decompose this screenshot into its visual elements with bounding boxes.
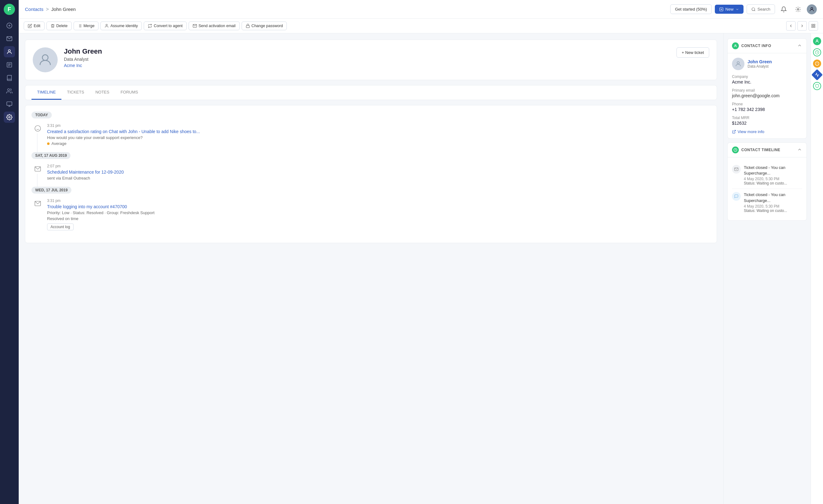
contact-sidebar-role: Data Analyst bbox=[748, 64, 772, 68]
sidebar-item-home[interactable] bbox=[4, 20, 15, 31]
search-button[interactable]: Search bbox=[747, 4, 775, 14]
merge-button[interactable]: Merge bbox=[73, 21, 99, 30]
get-started-button[interactable]: Get started (50%) bbox=[670, 4, 712, 14]
send-activation-button[interactable]: Send activation email bbox=[189, 21, 240, 30]
tab-forums[interactable]: FORUMS bbox=[115, 86, 144, 100]
svg-point-32 bbox=[42, 55, 48, 60]
strip-icon-diamond[interactable] bbox=[811, 69, 823, 81]
contact-timeline-toggle[interactable] bbox=[797, 147, 802, 153]
tab-notes[interactable]: NOTES bbox=[90, 86, 115, 100]
svg-point-11 bbox=[9, 117, 10, 118]
sidebar-item-knowledge[interactable] bbox=[4, 72, 15, 83]
sidebar-item-inbox[interactable] bbox=[4, 33, 15, 44]
contact-timeline-icon bbox=[732, 147, 739, 153]
contact-timeline-body: Ticket closed - You can Supercharge... 4… bbox=[727, 157, 807, 220]
timeline-event-2-title[interactable]: Ticket closed - You can Supercharge... bbox=[744, 192, 802, 203]
company-value: Acme Inc. bbox=[732, 79, 802, 85]
strip-icon-green[interactable] bbox=[813, 37, 821, 45]
timeline-item-content: 3:31 pm Created a satisfaction rating on… bbox=[47, 124, 710, 146]
svg-point-7 bbox=[7, 89, 10, 91]
timeline-item-email: 2:07 pm Scheduled Maintenance for 12-09-… bbox=[31, 164, 710, 180]
timeline-title[interactable]: Created a satisfaction rating on Chat wi… bbox=[47, 129, 710, 134]
sidebar-item-contacts[interactable] bbox=[4, 46, 15, 57]
today-badge: TODAY bbox=[31, 112, 52, 119]
change-password-button[interactable]: Change password bbox=[241, 21, 287, 30]
breadcrumb: Contacts > John Green bbox=[25, 7, 666, 12]
email-info-row: Primary email john.green@google.com bbox=[732, 88, 802, 98]
contact-company-link[interactable]: Acme Inc bbox=[64, 63, 670, 68]
timeline-subtitle: How would you rate your overall support … bbox=[47, 135, 710, 140]
tab-timeline[interactable]: TIMELINE bbox=[31, 86, 61, 100]
send-activation-label: Send activation email bbox=[199, 24, 236, 28]
topnav-actions: Get started (50%) New Search bbox=[670, 4, 817, 15]
contact-info-body: John Green Data Analyst Company Acme Inc… bbox=[727, 53, 807, 138]
convert-to-agent-label: Convert to agent bbox=[154, 24, 182, 28]
svg-point-15 bbox=[752, 7, 755, 10]
layout-button[interactable] bbox=[809, 21, 818, 30]
sidebar-item-analytics[interactable] bbox=[4, 99, 15, 110]
smiley-icon bbox=[33, 124, 43, 133]
right-panel: CONTACT INFO John Green Data A bbox=[723, 33, 811, 504]
email-icon bbox=[33, 164, 43, 174]
strip-icon-shield[interactable] bbox=[813, 82, 821, 90]
sidebar-item-settings[interactable] bbox=[4, 112, 15, 123]
timeline-item: 3:31 pm Created a satisfaction rating on… bbox=[31, 124, 710, 146]
merge-label: Merge bbox=[84, 24, 95, 28]
contact-timeline-card: CONTACT TIMELINE Ticket closed - You can… bbox=[727, 142, 807, 221]
timeline-item-content-ticket: 3:31 pm Trouble logging into my account … bbox=[47, 198, 710, 230]
nav-prev-button[interactable] bbox=[786, 21, 796, 30]
app-logo[interactable]: F bbox=[4, 4, 15, 15]
right-icon-strip bbox=[811, 33, 823, 504]
mrr-label: Total MRR bbox=[732, 116, 802, 120]
timeline-event-1-content: Ticket closed - You can Supercharge... 4… bbox=[744, 165, 802, 185]
company-label: Company bbox=[732, 74, 802, 79]
tabs-bar: TIMELINE TICKETS NOTES FORUMS bbox=[25, 85, 717, 100]
convert-to-agent-button[interactable]: Convert to agent bbox=[144, 21, 186, 30]
svg-point-39 bbox=[737, 62, 739, 64]
rating-label: Average bbox=[51, 141, 66, 146]
strip-icon-orange[interactable] bbox=[813, 59, 821, 68]
new-ticket-button[interactable]: + New ticket bbox=[676, 47, 709, 58]
email-label: Primary email bbox=[732, 88, 802, 93]
sidebar: F bbox=[0, 0, 19, 504]
contact-info-main: John Green Data Analyst Acme Inc bbox=[64, 47, 670, 68]
delete-label: Delete bbox=[56, 24, 68, 28]
nav-next-button[interactable] bbox=[797, 21, 807, 30]
new-button-label: New bbox=[725, 7, 733, 12]
email-value: john.green@google.com bbox=[732, 93, 802, 98]
assume-identity-button[interactable]: Assume identity bbox=[101, 21, 142, 30]
svg-point-43 bbox=[816, 40, 818, 41]
sidebar-item-tickets[interactable] bbox=[4, 59, 15, 70]
timeline-title-email[interactable]: Scheduled Maintenance for 12-09-2020 bbox=[47, 170, 710, 175]
mrr-value: $12632 bbox=[732, 121, 802, 126]
timeline-event-ticket-icon bbox=[732, 165, 741, 174]
timeline-event-2-status: Status: Waiting on custo... bbox=[744, 208, 802, 213]
user-avatar[interactable] bbox=[807, 4, 817, 14]
wed-badge: WED, 17 JUL 2019 bbox=[31, 187, 71, 194]
new-button[interactable]: New bbox=[715, 5, 744, 14]
tab-tickets[interactable]: TICKETS bbox=[61, 86, 90, 100]
edit-button[interactable]: Edit bbox=[24, 21, 44, 30]
timeline-item-content-email: 2:07 pm Scheduled Maintenance for 12-09-… bbox=[47, 164, 710, 180]
timeline-title-ticket[interactable]: Trouble logging into my account #470700 bbox=[47, 204, 710, 209]
notification-button[interactable] bbox=[778, 4, 789, 15]
account-log-badge[interactable]: Account log bbox=[47, 223, 73, 230]
svg-point-17 bbox=[797, 8, 799, 10]
integration-button[interactable] bbox=[793, 4, 804, 15]
contact-sidebar-profile: John Green Data Analyst bbox=[732, 58, 802, 70]
delete-button[interactable]: Delete bbox=[46, 21, 72, 30]
contact-info-toggle[interactable] bbox=[797, 43, 802, 49]
contact-sidebar-name: John Green bbox=[748, 59, 772, 64]
phone-label: Phone bbox=[732, 102, 802, 106]
timeline-event-chat-icon bbox=[732, 192, 741, 201]
contact-sidebar-avatar bbox=[732, 58, 745, 70]
view-more-link[interactable]: View more info bbox=[732, 129, 802, 134]
ticket-resolved: Resolved on time bbox=[47, 216, 710, 221]
sidebar-item-reports[interactable] bbox=[4, 86, 15, 97]
timeline-event-1-title[interactable]: Ticket closed - You can Supercharge... bbox=[744, 165, 802, 176]
timeline-event-1: Ticket closed - You can Supercharge... 4… bbox=[732, 162, 802, 189]
contact-info-header[interactable]: CONTACT INFO bbox=[727, 39, 807, 53]
breadcrumb-contacts-link[interactable]: Contacts bbox=[25, 7, 43, 12]
contact-timeline-header[interactable]: CONTACT TIMELINE bbox=[727, 143, 807, 157]
strip-icon-clock[interactable] bbox=[813, 48, 821, 56]
